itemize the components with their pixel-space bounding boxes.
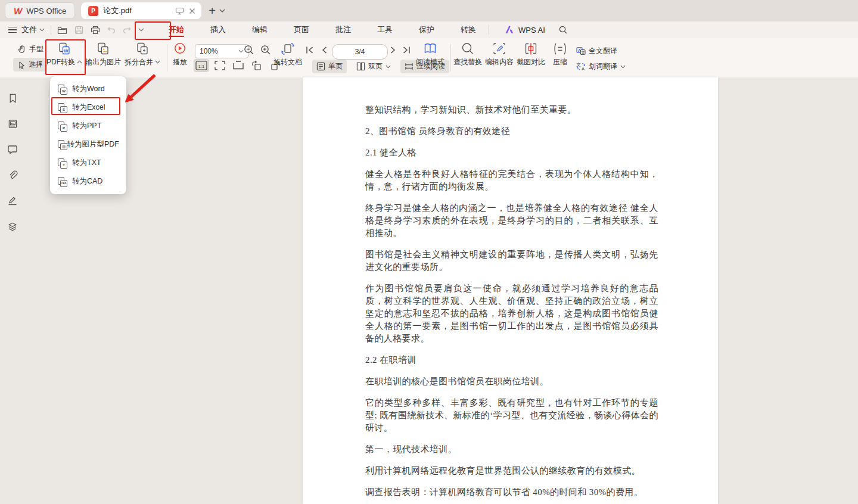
wps-ai-button[interactable]: WPS AI: [505, 26, 545, 35]
read-mode-button[interactable]: 阅读模式: [415, 42, 446, 66]
full-translate-icon: A: [576, 46, 586, 55]
single-page-label: 单页: [328, 61, 343, 71]
thumbnails-panel-icon[interactable]: [5, 116, 20, 132]
full-translate-button[interactable]: A 全文翻译: [572, 44, 621, 58]
doc-paragraph: 终身学习是健全人格的内涵之一，也是培养健全人格的有效途径 健全人格是终身学习素质…: [365, 202, 658, 239]
signature-panel-icon[interactable]: [5, 193, 20, 209]
fit-width-button[interactable]: [231, 60, 245, 71]
tab-comment[interactable]: 批注: [329, 21, 358, 38]
menu-item-to-image-pdf[interactable]: ▨ 转为图片型PDF: [50, 135, 126, 154]
bookmarks-panel-icon[interactable]: [5, 91, 20, 106]
tab-edit[interactable]: 编辑: [245, 21, 274, 38]
play-label: 播放: [173, 58, 187, 66]
word-translate-button[interactable]: 文 A 划词翻译: [572, 60, 630, 73]
doc-paragraph: 利用计算机网络远程化教育是世界范围公认的继续教育的有效模式。: [365, 465, 658, 477]
export-image-button[interactable]: 输出为图片: [85, 42, 122, 66]
hamburger-menu-icon[interactable]: [8, 27, 17, 33]
tab-convert[interactable]: 转换: [454, 21, 483, 38]
pdf-convert-dropdown: W 转为Word S 转为Excel P 转为PPT ▨ 转为图片型PDF T …: [50, 76, 126, 194]
find-replace-button[interactable]: 查找替换: [453, 42, 483, 66]
monitor-icon[interactable]: [175, 7, 184, 15]
select-tool-button[interactable]: 选择: [13, 58, 47, 71]
word-translate-label: 划词翻译: [589, 61, 617, 71]
menu-item-to-txt[interactable]: T 转为TXT: [50, 154, 126, 172]
wps-ai-label: WPS AI: [518, 26, 545, 35]
menu-item-label: 转为PPT: [72, 121, 101, 131]
wps-home-tab[interactable]: W WPS Office: [5, 2, 75, 19]
rotate-left-button[interactable]: [250, 60, 264, 71]
screenshot-compare-icon: [524, 42, 538, 56]
save-icon[interactable]: [74, 26, 83, 35]
split-merge-button[interactable]: 拆分合并: [125, 42, 160, 66]
left-sidebar: [0, 77, 25, 504]
print-icon[interactable]: [91, 26, 100, 35]
rotate-document-button[interactable]: 旋转文档: [272, 42, 304, 66]
annotation-box-to-excel: [51, 97, 120, 115]
zoom-level-select[interactable]: 100%: [195, 44, 248, 58]
rotate-document-icon: [281, 42, 295, 56]
zoom-out-button[interactable]: [243, 44, 255, 56]
wps-logo-icon: W: [14, 7, 22, 15]
tab-list-chevron-icon[interactable]: [219, 9, 225, 13]
menu-item-to-word[interactable]: W 转为Word: [50, 80, 126, 98]
menu-item-label: 转为Word: [72, 84, 105, 94]
wps-ai-icon: [505, 26, 515, 34]
screenshot-compare-button[interactable]: 截图对比: [516, 42, 546, 66]
doc-paragraph: 作为图书馆馆员要肩负这一使命，就必须通过学习培养良好的意志品质，树立科学的世界观…: [365, 282, 658, 345]
attachments-panel-icon[interactable]: [5, 167, 20, 183]
doc-heading: 2、图书馆馆 员终身教育的有效途径: [365, 125, 658, 138]
svg-text:文: 文: [576, 62, 581, 67]
redo-icon[interactable]: [123, 26, 131, 33]
doc-paragraph: 图书馆是社会主义精神文明建设的重要阵地，是传播人类文明，弘扬先进文化的重要场所。: [365, 248, 658, 273]
next-page-button[interactable]: [390, 45, 397, 55]
word-translate-icon: 文 A: [576, 62, 586, 71]
hand-icon: [17, 45, 26, 54]
cursor-icon: [17, 61, 26, 69]
last-page-button[interactable]: [402, 45, 411, 55]
titlebar: W WPS Office P 论文.pdf +: [0, 0, 858, 21]
document-tab[interactable]: P 论文.pdf: [81, 2, 201, 19]
double-page-button[interactable]: 双页: [352, 60, 395, 73]
menubar-search-icon[interactable]: [558, 25, 568, 35]
tab-protect[interactable]: 保护: [412, 21, 441, 38]
export-image-label: 输出为图片: [85, 58, 121, 66]
document-tab-title: 论文.pdf: [103, 5, 170, 16]
tab-tools[interactable]: 工具: [371, 21, 399, 38]
annotation-box-pdf-convert: [45, 39, 86, 75]
to-cad-icon: CAD: [57, 177, 67, 186]
hand-tool-button[interactable]: 手型: [13, 42, 48, 56]
layers-panel-icon[interactable]: [5, 219, 20, 234]
home-tab-label: WPS Office: [26, 7, 66, 15]
undo-icon[interactable]: [107, 26, 116, 33]
edit-content-button[interactable]: 编辑内容: [484, 42, 514, 66]
first-page-button[interactable]: [305, 45, 315, 55]
zoom-in-button[interactable]: [260, 44, 272, 56]
open-file-icon[interactable]: [57, 26, 67, 35]
tab-page[interactable]: 页面: [287, 21, 316, 38]
fit-page-button[interactable]: [213, 60, 227, 71]
doc-paragraph: 它的类型多种多样、丰富多彩、既有研究型，也有针对工作环节的专题型; 既有围绕新技…: [365, 397, 658, 434]
page-number-input[interactable]: [332, 44, 388, 60]
comments-panel-icon[interactable]: [5, 142, 20, 157]
menu-item-label: 转为图片型PDF: [67, 139, 120, 150]
divider: [489, 25, 489, 35]
one-to-one-label: 1:1: [198, 64, 204, 69]
prev-page-button[interactable]: [321, 45, 328, 55]
book-icon: [423, 42, 437, 56]
play-button[interactable]: 播放: [170, 42, 189, 66]
hand-tool-label: 手型: [29, 44, 43, 54]
single-page-button[interactable]: 单页: [312, 60, 347, 73]
compress-button[interactable]: 压缩: [548, 42, 572, 66]
menu-item-to-cad[interactable]: CAD 转为CAD: [50, 172, 126, 191]
to-image-pdf-icon: ▨: [57, 140, 62, 150]
tab-insert[interactable]: 插入: [204, 21, 232, 38]
file-menu[interactable]: 文件: [21, 24, 45, 35]
actual-size-button[interactable]: 1:1: [194, 60, 209, 71]
close-tab-icon[interactable]: [189, 8, 195, 14]
new-tab-button[interactable]: +: [209, 5, 216, 17]
edit-content-label: 编辑内容: [485, 58, 514, 66]
pdf-page[interactable]: 整知识结构，学习新知识、新技术对他们至关重要。 2、图书馆馆 员终身教育的有效途…: [303, 77, 718, 504]
svg-text:A: A: [582, 66, 585, 71]
menu-item-to-ppt[interactable]: P 转为PPT: [50, 117, 126, 135]
view-options: 1:1: [194, 60, 282, 71]
